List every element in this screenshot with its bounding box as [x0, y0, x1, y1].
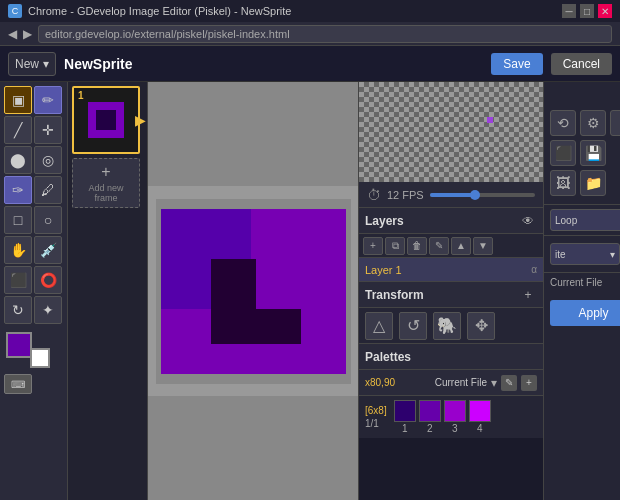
- layer-alpha: α: [531, 264, 537, 275]
- layers-visibility-button[interactable]: 👁: [519, 212, 537, 230]
- palette-color-1[interactable]: [394, 400, 416, 422]
- palette-color-1-label: 1: [402, 423, 408, 434]
- fps-label: 12 FPS: [387, 189, 424, 201]
- delete-layer-button[interactable]: 🗑: [407, 237, 427, 255]
- gdevelop-tool-1[interactable]: ⟲: [550, 110, 576, 136]
- move-layer-down-button[interactable]: ▼: [473, 237, 493, 255]
- keyboard-button[interactable]: ⌨: [4, 374, 32, 394]
- palette-file-label: Current File: [435, 377, 487, 388]
- transform-tools: △ ↺ 🐘 ✥: [359, 308, 543, 344]
- main-layout: ▣ ✏ ╱ ✛ ⬤ ◎ ✑ 🖊 □ ○ ✋ 💉 ⬛ ⭕ ↻ ✦: [0, 82, 620, 500]
- eraser-tool-button[interactable]: ✑: [4, 176, 32, 204]
- dropdown-arrow-icon: ▾: [43, 57, 49, 71]
- rect-tool-button[interactable]: □: [4, 206, 32, 234]
- new-label: New: [15, 57, 39, 71]
- transform-header: Transform +: [359, 282, 543, 308]
- ellipse-tool-button[interactable]: ○: [34, 206, 62, 234]
- eyedropper-tool-button[interactable]: 💉: [34, 236, 62, 264]
- line-tool-button[interactable]: ╱: [4, 116, 32, 144]
- fps-slider[interactable]: [430, 193, 535, 197]
- palette-color-3[interactable]: [444, 400, 466, 422]
- rotate-tool-button[interactable]: ↻: [4, 296, 32, 324]
- gdevelop-icon-row-1: ⟲ ⚙ ⋮: [550, 110, 620, 136]
- gdevelop-export-button[interactable]: ⬛: [550, 140, 576, 166]
- flip-h-button[interactable]: △: [365, 312, 393, 340]
- preview-dot: [487, 117, 493, 123]
- frame-arrow-icon: ▶: [135, 112, 146, 128]
- fps-bar: ⏱ 12 FPS: [359, 182, 543, 208]
- close-button[interactable]: ✕: [598, 4, 612, 18]
- star-tool-button[interactable]: ✦: [34, 296, 62, 324]
- gdevelop-animation-row: ite ▾: [550, 240, 620, 268]
- title-bar: C Chrome - GDevelop Image Editor (Piskel…: [0, 0, 620, 22]
- gdevelop-menu-button[interactable]: ⋮: [610, 110, 620, 136]
- gdevelop-icon-row-3: 🖼 📁: [550, 170, 620, 196]
- gdevelop-animation-dropdown[interactable]: ite ▾: [550, 243, 620, 265]
- maximize-button[interactable]: □: [580, 4, 594, 18]
- transform-add-button[interactable]: +: [519, 286, 537, 304]
- pencil-tool-button[interactable]: ✏: [34, 86, 62, 114]
- gdevelop-save-button[interactable]: 💾: [580, 140, 606, 166]
- tool-row-7: ⬛ ⭕: [4, 266, 63, 294]
- pen-tool-button[interactable]: 🖊: [34, 176, 62, 204]
- add-frame-button[interactable]: + Add newframe: [72, 158, 140, 208]
- gdevelop-settings-button[interactable]: ⚙: [580, 110, 606, 136]
- palettes-header: Palettes: [359, 344, 543, 370]
- tool-row-4: ✑ 🖊: [4, 176, 63, 204]
- svg-rect-7: [256, 209, 346, 309]
- lasso-tool-button[interactable]: ⬛: [4, 266, 32, 294]
- flip-v-button[interactable]: 🐘: [433, 312, 461, 340]
- cross-tool-button[interactable]: ✛: [34, 116, 62, 144]
- gdevelop-folder-button[interactable]: 📁: [580, 170, 606, 196]
- palette-edit-button[interactable]: ✎: [501, 375, 517, 391]
- move-layer-up-button[interactable]: ▲: [451, 237, 471, 255]
- gdevelop-image-button[interactable]: 🖼: [550, 170, 576, 196]
- hex-label: [6x8]: [365, 405, 387, 416]
- palette-color-2-label: 2: [427, 423, 433, 434]
- address-input[interactable]: [38, 25, 612, 43]
- palettes-title: Palettes: [365, 350, 537, 364]
- palette-color-4[interactable]: [469, 400, 491, 422]
- add-frame-label: Add newframe: [88, 183, 123, 203]
- transform-title: Transform: [365, 288, 519, 302]
- edit-layer-button[interactable]: ✎: [429, 237, 449, 255]
- move-button[interactable]: ✥: [467, 312, 495, 340]
- cancel-button[interactable]: Cancel: [551, 53, 612, 75]
- add-layer-button[interactable]: +: [363, 237, 383, 255]
- secondary-color-swatch[interactable]: [30, 348, 50, 368]
- canvas-area[interactable]: [148, 82, 358, 500]
- layer-item-1[interactable]: Layer 1 α: [359, 258, 543, 282]
- animation-label: ite: [555, 249, 566, 260]
- select-tool-button[interactable]: ▣: [4, 86, 32, 114]
- save-button[interactable]: Save: [491, 53, 542, 75]
- palette-plus-button[interactable]: +: [521, 375, 537, 391]
- palette-colors: [6x8] 1/1 1 2 3 4: [359, 396, 543, 438]
- stroke-tool-button[interactable]: ◎: [34, 146, 62, 174]
- rotate-left-button[interactable]: ↺: [399, 312, 427, 340]
- paint-bucket-button[interactable]: ⬤: [4, 146, 32, 174]
- apply-button[interactable]: Apply: [550, 300, 620, 326]
- palette-color-4-label: 4: [477, 423, 483, 434]
- gdevelop-panel: ✕ ⟲ ⚙ ⋮ ⬛ 💾 🖼 📁 Loop ▾: [543, 82, 620, 500]
- duplicate-layer-button[interactable]: ⧉: [385, 237, 405, 255]
- tool-row-2: ╱ ✛: [4, 116, 63, 144]
- move-tool-button[interactable]: ✋: [4, 236, 32, 264]
- select-circle-button[interactable]: ⭕: [34, 266, 62, 294]
- current-file-label: Current File: [544, 273, 620, 292]
- palette-color-2[interactable]: [419, 400, 441, 422]
- tool-row-6: ✋ 💉: [4, 236, 63, 264]
- nav-back-icon[interactable]: ◀: [8, 27, 17, 41]
- palette-dropdown-icon: ▾: [491, 376, 497, 390]
- row-label: 1/1: [365, 418, 387, 429]
- tool-row-5: □ ○: [4, 206, 63, 234]
- frame-thumb-1[interactable]: 1 ▶: [72, 86, 140, 154]
- primary-color-swatch[interactable]: [6, 332, 32, 358]
- new-dropdown[interactable]: New ▾: [8, 52, 56, 76]
- gdevelop-loop-dropdown[interactable]: Loop ▾: [550, 209, 620, 231]
- layers-header: Layers 👁: [359, 208, 543, 234]
- minimize-button[interactable]: ─: [562, 4, 576, 18]
- tool-row-1: ▣ ✏: [4, 86, 63, 114]
- tool-row-8: ↻ ✦: [4, 296, 63, 324]
- app-header: New ▾ NewSprite Save Cancel: [0, 46, 620, 82]
- nav-forward-icon[interactable]: ▶: [23, 27, 32, 41]
